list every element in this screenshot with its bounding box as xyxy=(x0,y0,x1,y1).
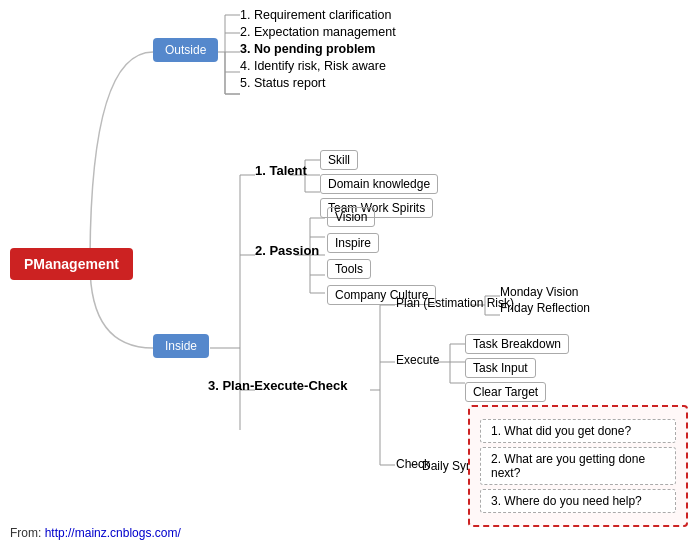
talent-section: 1. Talent xyxy=(255,163,307,178)
pec-section: 3. Plan-Execute-Check xyxy=(208,378,347,393)
passion-vision: Vision xyxy=(327,207,375,227)
passion-inspire: Inspire xyxy=(327,233,379,253)
outside-item-3: 3. No pending problem xyxy=(240,42,396,56)
check-item-3: 3. Where do you need help? xyxy=(480,489,676,513)
outside-item-2: 2. Expectation management xyxy=(240,25,396,39)
outside-label: Outside xyxy=(165,43,206,57)
pmanagement-label: PManagement xyxy=(24,256,119,272)
footer-prefix: From: xyxy=(10,526,41,540)
execute-label: Execute xyxy=(396,353,439,367)
footer: From: http://mainz.cnblogs.com/ xyxy=(10,526,181,540)
plan-items: Monday Vision Friday Reflection xyxy=(500,283,590,317)
passion-tools: Tools xyxy=(327,259,371,279)
execute-task-input: Task Input xyxy=(465,358,536,378)
talent-domain: Domain knowledge xyxy=(320,174,438,194)
execute-label-node: Execute xyxy=(396,352,439,367)
friday-reflection: Friday Reflection xyxy=(500,301,590,315)
outside-item-1: 1. Requirement clarification xyxy=(240,8,396,22)
pec-label: 3. Plan-Execute-Check xyxy=(208,378,347,393)
execute-items: Task Breakdown Task Input Clear Target xyxy=(465,332,569,404)
talent-label: 1. Talent xyxy=(255,163,307,178)
passion-label: 2. Passion xyxy=(255,243,319,258)
monday-vision: Monday Vision xyxy=(500,285,590,299)
outside-list: 1. Requirement clarification 2. Expectat… xyxy=(240,5,396,93)
talent-skill: Skill xyxy=(320,150,358,170)
execute-task-breakdown: Task Breakdown xyxy=(465,334,569,354)
outside-item-5: 5. Status report xyxy=(240,76,396,90)
plan-label-node: Plan (Estimation Risk) xyxy=(396,295,514,310)
passion-items: Vision Inspire Tools Company Culture xyxy=(325,205,438,307)
check-item-1: 1. What did you get done? xyxy=(480,419,676,443)
passion-section: 2. Passion xyxy=(255,243,319,258)
outside-node: Outside xyxy=(153,38,218,62)
pmanagement-node: PManagement xyxy=(10,248,133,280)
check-item-2: 2. What are you getting done next? xyxy=(480,447,676,485)
outside-item-4: 4. Identify risk, Risk aware xyxy=(240,59,396,73)
plan-label: Plan (Estimation Risk) xyxy=(396,296,514,310)
footer-url[interactable]: http://mainz.cnblogs.com/ xyxy=(45,526,181,540)
execute-clear-target: Clear Target xyxy=(465,382,546,402)
check-dashed-box: 1. What did you get done? 2. What are yo… xyxy=(468,405,688,527)
inside-node: Inside xyxy=(153,334,209,358)
inside-label: Inside xyxy=(165,339,197,353)
